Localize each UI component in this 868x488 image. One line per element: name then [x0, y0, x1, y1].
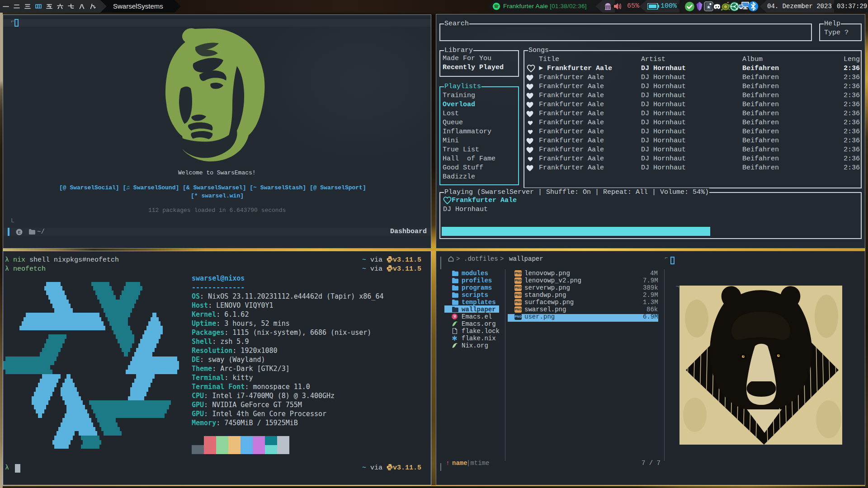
svg-text:E: E — [18, 230, 20, 235]
